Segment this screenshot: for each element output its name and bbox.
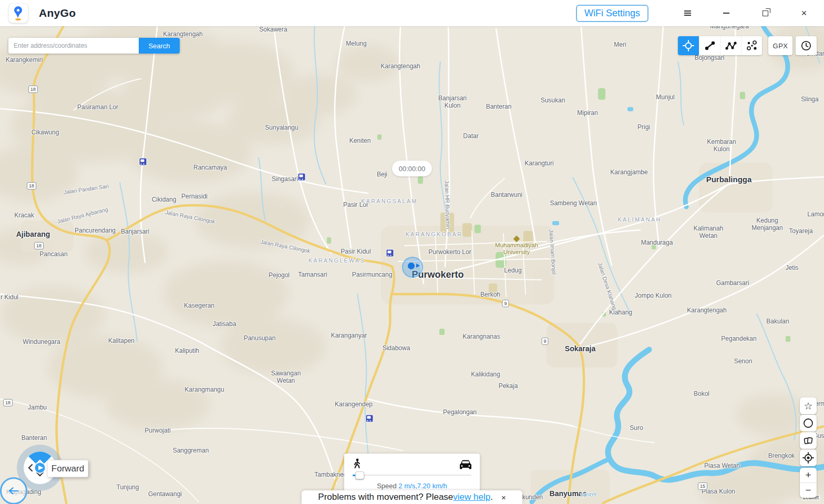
compass-button[interactable] bbox=[800, 415, 817, 432]
speed-value: 2 m/s,7.20 km/h bbox=[398, 482, 447, 490]
minimize-button[interactable] bbox=[715, 5, 738, 21]
gpx-button[interactable]: GPX bbox=[768, 36, 792, 55]
two-spot-route-icon bbox=[704, 40, 716, 51]
wifi-settings-button[interactable]: WiFi Settings bbox=[576, 5, 648, 22]
zoom-controls: + − bbox=[800, 468, 817, 498]
restore-button[interactable] bbox=[754, 5, 777, 21]
menu-icon[interactable] bbox=[676, 5, 699, 21]
movement-help-toast: Problems with movement? Please view help… bbox=[302, 490, 522, 504]
zoom-in-button[interactable]: + bbox=[800, 468, 817, 483]
locate-icon bbox=[802, 452, 814, 464]
jump-teleport-icon bbox=[746, 39, 758, 52]
walk-icon bbox=[352, 458, 363, 472]
search-input[interactable] bbox=[8, 38, 139, 54]
map-tiles bbox=[0, 0, 824, 504]
app-logo bbox=[8, 3, 28, 23]
multi-spot-route-button[interactable] bbox=[720, 36, 741, 55]
teleport-mode-button[interactable] bbox=[678, 36, 699, 55]
toast-text: Problems with movement? Please bbox=[318, 492, 453, 502]
location-marker-direction-icon bbox=[416, 264, 420, 268]
speed-readout: Speed 2 m/s,7.20 km/h bbox=[344, 482, 480, 490]
mode-toolbar: GPX bbox=[678, 36, 817, 55]
jump-teleport-button[interactable] bbox=[741, 36, 762, 55]
history-button[interactable] bbox=[796, 36, 817, 55]
title-bar: AnyGo WiFi Settings × bbox=[0, 0, 824, 26]
map-canvas[interactable]: KarangkemiriKarangtengahSokaweraMelungKa… bbox=[0, 0, 824, 504]
app-title: AnyGo bbox=[39, 7, 76, 19]
favorites-button[interactable]: ☆ bbox=[800, 397, 817, 414]
locate-button[interactable] bbox=[800, 449, 817, 466]
location-marker bbox=[408, 262, 415, 269]
toast-close-icon[interactable]: × bbox=[501, 493, 506, 502]
zoom-out-button[interactable]: − bbox=[800, 483, 817, 498]
star-icon: ☆ bbox=[804, 401, 812, 411]
crosshair-icon bbox=[683, 40, 694, 51]
close-button[interactable]: × bbox=[792, 5, 816, 21]
search-button[interactable]: Search bbox=[139, 38, 180, 54]
window-controls: × bbox=[660, 5, 816, 21]
elapsed-timer: 00:00:00 bbox=[392, 161, 432, 176]
speed-slider-track[interactable] bbox=[353, 475, 471, 476]
back-button[interactable] bbox=[0, 477, 27, 504]
search-bar: Search bbox=[8, 38, 180, 54]
speed-slider-handle[interactable] bbox=[355, 471, 364, 479]
clock-icon bbox=[800, 40, 812, 51]
map-mode-button[interactable] bbox=[800, 432, 817, 449]
view-help-link[interactable]: view help bbox=[453, 492, 490, 502]
chevron-left-icon[interactable] bbox=[29, 465, 32, 471]
compass-icon bbox=[803, 418, 813, 428]
two-spot-route-button[interactable] bbox=[699, 36, 720, 55]
speed-panel: Speed 2 m/s,7.20 km/h bbox=[344, 454, 480, 494]
speed-label: Speed bbox=[377, 482, 398, 490]
multi-spot-route-icon bbox=[725, 40, 737, 51]
direction-tooltip: Forward bbox=[47, 460, 88, 477]
arrow-left-icon bbox=[7, 485, 20, 497]
layers-icon bbox=[803, 435, 813, 446]
car-icon bbox=[459, 459, 472, 471]
